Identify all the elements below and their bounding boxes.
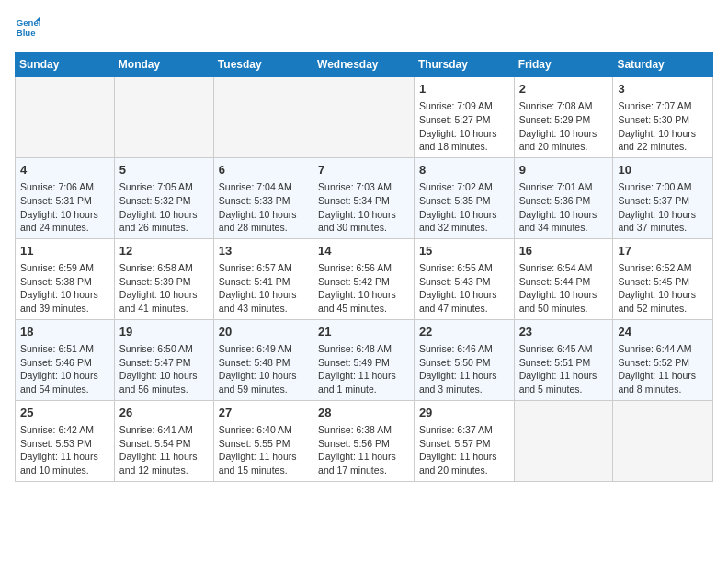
logo: General Blue: [15, 15, 44, 40]
day-info: Sunrise: 6:56 AM Sunset: 5:42 PM Dayligh…: [318, 261, 409, 316]
day-info: Sunrise: 6:49 AM Sunset: 5:48 PM Dayligh…: [219, 342, 308, 396]
day-cell: 19Sunrise: 6:50 AM Sunset: 5:47 PM Dayli…: [114, 319, 213, 400]
day-number: 5: [119, 162, 209, 178]
week-row-5: 25Sunrise: 6:42 AM Sunset: 5:53 PM Dayli…: [16, 400, 713, 481]
day-number: 15: [419, 243, 509, 259]
day-number: 21: [318, 324, 409, 340]
week-row-2: 4Sunrise: 7:06 AM Sunset: 5:31 PM Daylig…: [16, 157, 713, 238]
day-cell: 7Sunrise: 7:03 AM Sunset: 5:34 PM Daylig…: [313, 157, 415, 238]
day-cell: 10Sunrise: 7:00 AM Sunset: 5:37 PM Dayli…: [613, 157, 713, 238]
day-cell: 12Sunrise: 6:58 AM Sunset: 5:39 PM Dayli…: [114, 238, 213, 319]
day-info: Sunrise: 7:05 AM Sunset: 5:32 PM Dayligh…: [119, 180, 209, 235]
day-number: 6: [219, 162, 308, 178]
day-number: 9: [519, 162, 609, 178]
day-number: 26: [119, 405, 209, 421]
day-info: Sunrise: 6:37 AM Sunset: 5:57 PM Dayligh…: [419, 423, 509, 477]
day-cell: 8Sunrise: 7:02 AM Sunset: 5:35 PM Daylig…: [414, 157, 514, 238]
header-tuesday: Tuesday: [213, 52, 313, 77]
day-info: Sunrise: 6:40 AM Sunset: 5:55 PM Dayligh…: [219, 423, 308, 477]
day-cell: [114, 77, 213, 158]
day-number: 14: [318, 243, 409, 259]
day-number: 3: [618, 81, 708, 98]
day-cell: 15Sunrise: 6:55 AM Sunset: 5:43 PM Dayli…: [414, 238, 514, 319]
day-cell: 26Sunrise: 6:41 AM Sunset: 5:54 PM Dayli…: [114, 400, 213, 481]
day-info: Sunrise: 6:50 AM Sunset: 5:47 PM Dayligh…: [119, 342, 209, 396]
day-info: Sunrise: 7:03 AM Sunset: 5:34 PM Dayligh…: [318, 180, 409, 235]
day-number: 13: [219, 243, 308, 259]
header-sunday: Sunday: [16, 52, 115, 77]
day-cell: [313, 77, 415, 158]
calendar-header-row: SundayMondayTuesdayWednesdayThursdayFrid…: [16, 52, 713, 77]
day-info: Sunrise: 7:09 AM Sunset: 5:27 PM Dayligh…: [419, 99, 509, 154]
day-info: Sunrise: 6:52 AM Sunset: 5:45 PM Dayligh…: [618, 261, 708, 316]
day-cell: 21Sunrise: 6:48 AM Sunset: 5:49 PM Dayli…: [313, 319, 415, 400]
day-cell: 6Sunrise: 7:04 AM Sunset: 5:33 PM Daylig…: [213, 157, 313, 238]
day-number: 12: [119, 243, 209, 259]
day-cell: [213, 77, 313, 158]
day-info: Sunrise: 7:02 AM Sunset: 5:35 PM Dayligh…: [419, 180, 509, 235]
header-monday: Monday: [114, 52, 213, 77]
day-info: Sunrise: 6:55 AM Sunset: 5:43 PM Dayligh…: [419, 261, 509, 316]
header-saturday: Saturday: [613, 52, 713, 77]
day-cell: 27Sunrise: 6:40 AM Sunset: 5:55 PM Dayli…: [213, 400, 313, 481]
day-cell: 9Sunrise: 7:01 AM Sunset: 5:36 PM Daylig…: [514, 157, 613, 238]
day-number: 20: [219, 324, 308, 340]
day-info: Sunrise: 7:06 AM Sunset: 5:31 PM Dayligh…: [20, 180, 109, 235]
day-number: 11: [20, 243, 109, 259]
header-wednesday: Wednesday: [313, 52, 415, 77]
week-row-4: 18Sunrise: 6:51 AM Sunset: 5:46 PM Dayli…: [16, 319, 713, 400]
day-cell: 3Sunrise: 7:07 AM Sunset: 5:30 PM Daylig…: [613, 77, 713, 158]
day-number: 23: [519, 324, 609, 340]
day-info: Sunrise: 6:44 AM Sunset: 5:52 PM Dayligh…: [618, 342, 708, 396]
day-number: 27: [219, 405, 308, 421]
day-number: 10: [618, 162, 708, 178]
day-cell: 1Sunrise: 7:09 AM Sunset: 5:27 PM Daylig…: [414, 77, 514, 158]
calendar-table: SundayMondayTuesdayWednesdayThursdayFrid…: [15, 52, 713, 482]
day-cell: 29Sunrise: 6:37 AM Sunset: 5:57 PM Dayli…: [414, 400, 514, 481]
day-info: Sunrise: 6:45 AM Sunset: 5:51 PM Dayligh…: [519, 342, 609, 396]
day-number: 24: [618, 324, 708, 340]
day-info: Sunrise: 6:59 AM Sunset: 5:38 PM Dayligh…: [20, 261, 109, 316]
day-info: Sunrise: 6:58 AM Sunset: 5:39 PM Dayligh…: [119, 261, 209, 316]
header-thursday: Thursday: [414, 52, 514, 77]
day-cell: [514, 400, 613, 481]
day-info: Sunrise: 6:41 AM Sunset: 5:54 PM Dayligh…: [119, 423, 209, 477]
day-info: Sunrise: 6:46 AM Sunset: 5:50 PM Dayligh…: [419, 342, 509, 396]
day-number: 29: [419, 405, 509, 421]
day-info: Sunrise: 7:01 AM Sunset: 5:36 PM Dayligh…: [519, 180, 609, 235]
day-cell: 18Sunrise: 6:51 AM Sunset: 5:46 PM Dayli…: [16, 319, 115, 400]
svg-text:Blue: Blue: [17, 28, 36, 38]
day-info: Sunrise: 6:48 AM Sunset: 5:49 PM Dayligh…: [318, 342, 409, 396]
day-info: Sunrise: 7:08 AM Sunset: 5:29 PM Dayligh…: [519, 99, 609, 154]
day-info: Sunrise: 7:07 AM Sunset: 5:30 PM Dayligh…: [618, 99, 708, 154]
day-info: Sunrise: 6:54 AM Sunset: 5:44 PM Dayligh…: [519, 261, 609, 316]
day-number: 25: [20, 405, 109, 421]
header-friday: Friday: [514, 52, 613, 77]
day-number: 1: [419, 81, 509, 98]
day-cell: [16, 77, 115, 158]
day-number: 17: [618, 243, 708, 259]
day-info: Sunrise: 7:04 AM Sunset: 5:33 PM Dayligh…: [219, 180, 308, 235]
day-cell: 17Sunrise: 6:52 AM Sunset: 5:45 PM Dayli…: [613, 238, 713, 319]
day-number: 22: [419, 324, 509, 340]
day-number: 28: [318, 405, 409, 421]
week-row-1: 1Sunrise: 7:09 AM Sunset: 5:27 PM Daylig…: [16, 77, 713, 158]
day-number: 4: [20, 162, 109, 178]
day-cell: 5Sunrise: 7:05 AM Sunset: 5:32 PM Daylig…: [114, 157, 213, 238]
day-cell: 11Sunrise: 6:59 AM Sunset: 5:38 PM Dayli…: [16, 238, 115, 319]
day-cell: 2Sunrise: 7:08 AM Sunset: 5:29 PM Daylig…: [514, 77, 613, 158]
day-cell: [613, 400, 713, 481]
day-info: Sunrise: 7:00 AM Sunset: 5:37 PM Dayligh…: [618, 180, 708, 235]
svg-text:General: General: [17, 17, 40, 28]
day-number: 2: [519, 81, 609, 98]
day-cell: 16Sunrise: 6:54 AM Sunset: 5:44 PM Dayli…: [514, 238, 613, 319]
day-info: Sunrise: 6:51 AM Sunset: 5:46 PM Dayligh…: [20, 342, 109, 396]
day-number: 16: [519, 243, 609, 259]
day-number: 18: [20, 324, 109, 340]
day-cell: 24Sunrise: 6:44 AM Sunset: 5:52 PM Dayli…: [613, 319, 713, 400]
day-info: Sunrise: 6:57 AM Sunset: 5:41 PM Dayligh…: [219, 261, 308, 316]
day-number: 7: [318, 162, 409, 178]
day-cell: 14Sunrise: 6:56 AM Sunset: 5:42 PM Dayli…: [313, 238, 415, 319]
day-cell: 25Sunrise: 6:42 AM Sunset: 5:53 PM Dayli…: [16, 400, 115, 481]
day-info: Sunrise: 6:38 AM Sunset: 5:56 PM Dayligh…: [318, 423, 409, 477]
